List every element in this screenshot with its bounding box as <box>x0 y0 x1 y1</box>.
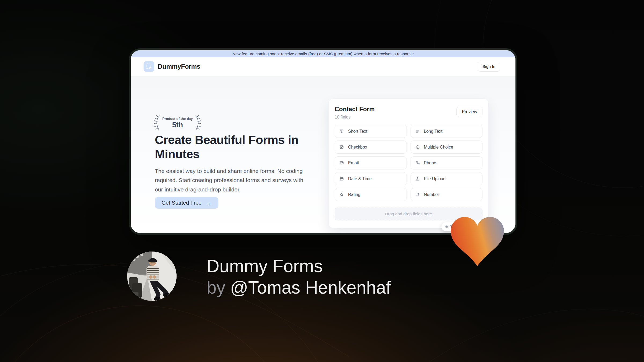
field-type-label: Checkbox <box>348 145 367 150</box>
hero-description: The easiest way to build and share onlin… <box>155 167 310 194</box>
card-heading-block: Contact Form 10 fields <box>335 106 375 120</box>
laurel-right-icon <box>194 115 202 130</box>
calendar-icon <box>339 176 344 181</box>
preview-button[interactable]: Preview <box>456 107 482 117</box>
field-type-button[interactable]: Number <box>411 188 483 201</box>
arrow-right-icon: → <box>206 200 212 206</box>
field-type-label: Number <box>424 192 439 197</box>
field-type-label: Short Text <box>348 129 367 134</box>
award-rank: 5th <box>172 121 183 129</box>
hash-icon <box>415 192 420 197</box>
hero-section: Product of the day 5th Create Beautiful … <box>131 76 515 233</box>
attribution-author: @Tomas Henkenhaf <box>230 278 391 297</box>
envelope-icon <box>339 160 344 165</box>
announcement-text: New feature coming soon: receive emails … <box>232 51 414 56</box>
get-started-button[interactable]: Get Started Free → <box>155 197 218 209</box>
field-type-button[interactable]: Phone <box>411 156 483 169</box>
field-type-label: File Upload <box>424 176 446 181</box>
field-type-button[interactable]: Multiple Choice <box>411 141 483 154</box>
promo-canvas: New feature coming soon: receive emails … <box>0 0 644 362</box>
phone-icon <box>415 160 420 165</box>
get-started-label: Get Started Free <box>162 200 202 206</box>
sign-in-button[interactable]: Sign In <box>478 62 500 72</box>
star-icon <box>339 192 344 197</box>
dropzone-text: Drag and drop fields here <box>385 212 432 216</box>
brand-name: DummyForms <box>158 63 200 70</box>
field-type-label: Phone <box>424 161 436 165</box>
field-type-button[interactable]: Short Text <box>335 125 407 138</box>
award-title: Product of the day <box>162 117 193 121</box>
dot-icon <box>445 226 448 228</box>
field-type-button[interactable]: Date & Time <box>335 172 407 185</box>
browser-window: New feature coming soon: receive emails … <box>131 50 515 233</box>
field-type-button[interactable]: Email <box>335 156 407 169</box>
field-type-button[interactable]: File Upload <box>411 172 483 185</box>
form-builder-card: Contact Form 10 fields Preview Short Tex… <box>328 98 489 228</box>
upload-icon <box>415 176 420 181</box>
field-type-button[interactable]: Long Text <box>411 125 483 138</box>
brand[interactable]: DummyForms <box>144 61 200 72</box>
product-of-the-day-badge: Product of the day 5th <box>153 115 202 130</box>
navbar: DummyForms Sign In <box>131 57 515 76</box>
checkbox-icon <box>339 145 344 150</box>
field-type-grid: Short Text Long Text Checkbox Multiple C… <box>335 125 482 201</box>
attribution-title: Dummy Forms <box>207 255 391 277</box>
field-type-label: Rating <box>348 192 360 197</box>
attribution-author-line: by@Tomas Henkenhaf <box>207 277 391 298</box>
hero-heading: Create Beautiful Forms in Minutes <box>155 133 298 161</box>
announcement-banner: New feature coming soon: receive emails … <box>131 50 515 57</box>
radio-icon <box>415 145 420 150</box>
field-type-button[interactable]: Checkbox <box>335 141 407 154</box>
field-type-label: Multiple Choice <box>424 145 453 150</box>
text-icon <box>339 129 344 134</box>
field-type-label: Long Text <box>424 129 442 134</box>
dummyforms-logo-icon <box>144 61 154 72</box>
field-type-button[interactable]: Rating <box>335 188 407 201</box>
field-type-label: Email <box>348 161 359 165</box>
attribution: Dummy Forms by@Tomas Henkenhaf <box>207 255 391 298</box>
lines-icon <box>415 129 420 134</box>
heart-icon <box>451 217 504 266</box>
form-title: Contact Form <box>335 106 375 113</box>
avatar <box>127 252 177 301</box>
form-field-count: 10 fields <box>335 115 375 120</box>
field-type-label: Date & Time <box>348 176 372 181</box>
laurel-left-icon <box>153 115 161 130</box>
